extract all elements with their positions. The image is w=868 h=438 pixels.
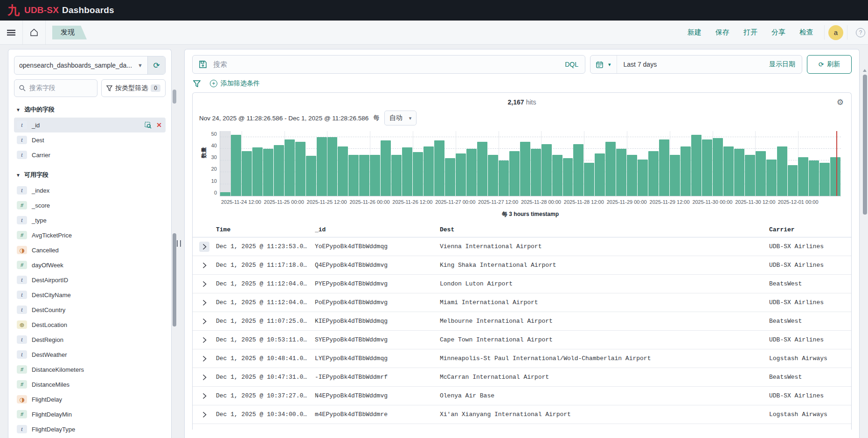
field-item-DistanceKilometers[interactable]: #DistanceKilometers <box>14 362 166 377</box>
menu-hamburger-icon[interactable] <box>0 21 22 44</box>
histogram-bar[interactable] <box>681 146 691 196</box>
histogram-bar[interactable] <box>627 155 637 196</box>
histogram-bar[interactable] <box>595 153 605 196</box>
show-dates-button[interactable]: 显示日期 <box>763 60 802 69</box>
histogram-bar[interactable] <box>252 147 263 196</box>
home-icon[interactable] <box>23 21 45 44</box>
field-search-input[interactable]: 搜索字段 <box>14 79 97 97</box>
histogram-bar[interactable] <box>542 144 552 196</box>
histogram-bar[interactable] <box>338 146 348 196</box>
histogram-bar[interactable] <box>830 157 840 196</box>
histogram-bar[interactable] <box>499 160 509 196</box>
histogram-bar[interactable] <box>274 145 284 196</box>
page-scrollbar[interactable] <box>863 75 867 215</box>
filter-by-type-button[interactable]: 按类型筛选 0 <box>101 79 166 97</box>
index-refresh-button[interactable]: ⟳ <box>147 56 165 74</box>
date-histogram-chart[interactable]: 数量 01020304050 2025-11-24 12:002025-11-2… <box>199 131 841 219</box>
histogram-bar[interactable] <box>434 140 444 196</box>
field-item-DestCityName[interactable]: tDestCityName <box>14 287 166 302</box>
histogram-bar[interactable] <box>381 140 391 196</box>
row-expand-button[interactable] <box>193 410 216 420</box>
histogram-bar[interactable] <box>477 142 487 196</box>
histogram-bar[interactable] <box>702 139 712 196</box>
tab-discover[interactable]: 发现 <box>52 26 87 40</box>
available-fields-header[interactable]: ▼ 可用字段 <box>16 171 166 179</box>
row-expand-button[interactable] <box>193 298 216 308</box>
nav-action-打开[interactable]: 打开 <box>743 28 757 37</box>
field-item-dayOfWeek[interactable]: #dayOfWeek <box>14 257 166 272</box>
field-item-DestAirportID[interactable]: tDestAirportID <box>14 272 166 287</box>
field-item-FlightDelay[interactable]: ◑FlightDelay <box>14 392 166 407</box>
add-filter-button[interactable]: + 添加筛选条件 <box>210 79 260 88</box>
histogram-bar[interactable] <box>359 155 369 196</box>
field-item-DistanceMiles[interactable]: #DistanceMiles <box>14 377 166 392</box>
field-item-DestCountry[interactable]: tDestCountry <box>14 302 166 317</box>
query-language-button[interactable]: DQL <box>558 61 585 68</box>
histogram-bar[interactable] <box>370 155 380 196</box>
field-item-_score[interactable]: #_score <box>14 198 166 213</box>
histogram-bar[interactable] <box>659 139 669 196</box>
help-icon[interactable]: ? <box>856 28 865 37</box>
histogram-bar[interactable] <box>745 155 755 196</box>
field-item-_type[interactable]: t_type <box>14 213 166 228</box>
histogram-bar[interactable] <box>263 149 273 196</box>
save-query-icon[interactable] <box>193 56 213 73</box>
histogram-bar[interactable] <box>648 151 659 196</box>
histogram-bar[interactable] <box>798 157 808 196</box>
column-header-carrier[interactable]: Carrier <box>769 226 851 233</box>
histogram-bar[interactable] <box>691 135 701 196</box>
query-input[interactable]: 搜索 DQL <box>192 55 585 74</box>
histogram-bar[interactable] <box>531 149 541 196</box>
gear-icon[interactable]: ⚙ <box>837 97 844 107</box>
user-avatar[interactable]: a <box>828 25 843 40</box>
app-logo-icon[interactable]: 九 <box>7 4 20 16</box>
row-expand-button[interactable] <box>193 335 216 345</box>
histogram-bar[interactable] <box>231 135 241 196</box>
histogram-bar[interactable] <box>488 155 498 196</box>
histogram-bar[interactable] <box>445 158 455 196</box>
field-item-_id[interactable]: t_id✕ <box>14 118 166 132</box>
histogram-bar[interactable] <box>584 163 594 196</box>
sidebar-resize-handle[interactable] <box>177 240 181 247</box>
time-range-value[interactable]: Last 7 days <box>617 61 763 68</box>
sidebar-scrollbar-arrow[interactable] <box>173 90 176 104</box>
row-expand-button[interactable] <box>193 279 216 289</box>
row-expand-button[interactable] <box>193 354 216 364</box>
filter-funnel-icon[interactable] <box>193 80 201 87</box>
row-expand-button[interactable] <box>193 391 216 401</box>
histogram-bar[interactable] <box>306 156 316 196</box>
histogram-bar[interactable] <box>563 158 573 196</box>
field-item-Carrier[interactable]: tCarrier <box>14 147 166 162</box>
row-expand-button[interactable] <box>193 260 216 271</box>
field-item-DestLocation[interactable]: ⊕DestLocation <box>14 317 166 332</box>
index-pattern-select[interactable]: opensearch_dashboards_sample_da... ▼ <box>14 56 147 74</box>
field-remove-icon[interactable]: ✕ <box>156 121 162 129</box>
field-item-_index[interactable]: t_index <box>14 183 166 198</box>
page-scrollbar-arrow[interactable] <box>863 69 867 72</box>
histogram-bar[interactable] <box>616 149 626 196</box>
calendar-dropdown-button[interactable]: ▾ <box>590 56 617 73</box>
nav-action-检查[interactable]: 检查 <box>799 28 813 37</box>
field-details-icon[interactable] <box>145 122 152 129</box>
row-expand-button[interactable] <box>193 242 216 252</box>
histogram-bar[interactable] <box>242 151 252 196</box>
histogram-bar[interactable] <box>756 151 766 196</box>
histogram-bar[interactable] <box>327 137 338 196</box>
field-item-FlightDelayType[interactable]: tFlightDelayType <box>14 422 166 437</box>
histogram-bar[interactable] <box>723 146 734 196</box>
histogram-bar[interactable] <box>777 146 787 196</box>
histogram-bar[interactable] <box>605 142 616 196</box>
histogram-bar[interactable] <box>348 155 359 196</box>
histogram-bar[interactable] <box>456 153 466 196</box>
histogram-bar[interactable] <box>819 163 830 196</box>
column-header-dest[interactable]: Dest <box>440 226 769 233</box>
histogram-bar[interactable] <box>391 155 402 196</box>
nav-action-新建[interactable]: 新建 <box>687 28 701 37</box>
field-item-DestWeather[interactable]: tDestWeather <box>14 347 166 362</box>
histogram-bar[interactable] <box>809 160 819 196</box>
selected-fields-header[interactable]: ▼ 选中的字段 <box>16 105 166 114</box>
histogram-bar[interactable] <box>402 147 412 196</box>
nav-action-保存[interactable]: 保存 <box>715 28 729 37</box>
field-item-DestRegion[interactable]: tDestRegion <box>14 332 166 347</box>
interval-select[interactable]: 自动 ▾ <box>384 111 417 125</box>
